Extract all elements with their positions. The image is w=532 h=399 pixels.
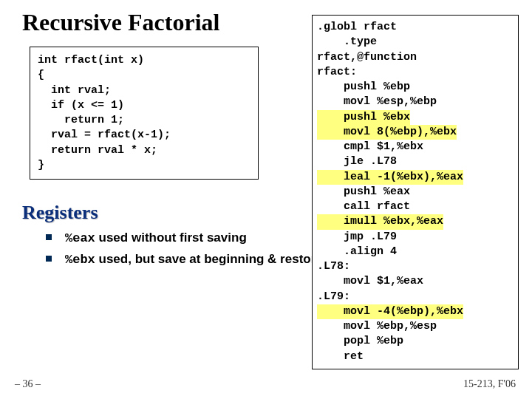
asm-line: jmp .L79: [317, 230, 514, 245]
asm-line: movl $1,%eax: [317, 274, 514, 289]
asm-line: .type: [317, 35, 514, 50]
asm-highlight: imull %ebx,%eax: [317, 214, 443, 229]
asm-line: .align 4: [317, 245, 514, 259]
asm-line: jle .L78: [317, 154, 514, 169]
assembly-code-box: .globl rfact .typerfact,@functionrfact: …: [312, 15, 519, 369]
asm-line: pushl %eax: [317, 185, 514, 200]
asm-line: .L79:: [317, 290, 514, 304]
asm-highlight: leal -1(%ebx),%eax: [317, 170, 463, 185]
asm-line: imull %ebx,%eax: [317, 214, 514, 229]
asm-highlight: movl -4(%ebp),%ebx: [317, 304, 463, 319]
asm-line: movl %ebp,%esp: [317, 319, 514, 334]
asm-highlight: pushl %ebx: [317, 110, 410, 125]
page-number: – 36 –: [15, 378, 41, 390]
asm-line: cmpl $1,%ebx: [317, 140, 514, 154]
asm-line: pushl %ebp: [317, 80, 514, 95]
bullet-mono: %ebx: [65, 253, 95, 267]
course-id: 15-213, F'06: [463, 378, 516, 390]
asm-line: leal -1(%ebx),%eax: [317, 170, 514, 185]
asm-highlight: movl 8(%ebp),%ebx: [317, 125, 457, 140]
asm-line: .globl rfact: [317, 20, 514, 35]
asm-line: ret: [317, 349, 514, 364]
bullet-mono: %eax: [65, 231, 95, 245]
asm-line: movl -4(%ebp),%ebx: [317, 304, 514, 319]
c-code-box: int rfact(int x) { int rval; if (x <= 1)…: [30, 47, 259, 180]
asm-line: pushl %ebx: [317, 110, 514, 125]
asm-line: call rfact: [317, 200, 514, 214]
asm-line: rfact:: [317, 65, 514, 80]
asm-line: popl %ebp: [317, 334, 514, 349]
asm-line: movl 8(%ebp),%ebx: [317, 125, 514, 140]
asm-line: .L78:: [317, 259, 514, 274]
asm-line: movl %esp,%ebp: [317, 95, 514, 109]
bullet-text: used without first saving: [95, 231, 247, 245]
slide: Recursive Factorial int rfact(int x) { i…: [0, 0, 532, 399]
asm-line: rfact,@function: [317, 50, 514, 65]
